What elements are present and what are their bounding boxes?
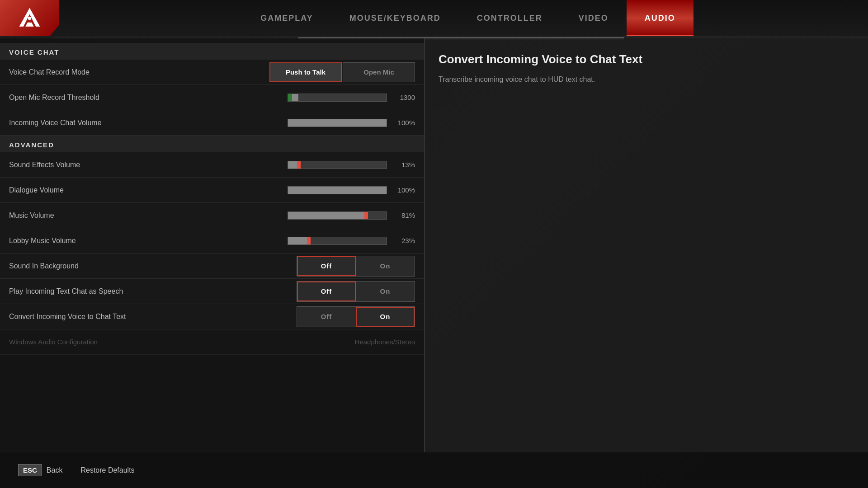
label-convert-voice: Convert Incoming Voice to Chat Text [9, 313, 297, 321]
back-key: ESC [18, 464, 42, 476]
toggle-text-chat-speech: Off On [297, 281, 415, 302]
windows-audio-label: Windows Audio Configuration [9, 338, 355, 346]
label-dialogue-volume: Dialogue Volume [9, 186, 288, 194]
incoming-voice-slider-track[interactable] [288, 119, 387, 127]
nav-bar: GAMEPLAY MOUSE/KEYBOARD CONTROLLER VIDEO… [0, 0, 868, 36]
apex-logo-icon [17, 6, 42, 31]
toggle-sound-background: Off On [297, 256, 415, 277]
music-slider-fill [288, 212, 368, 219]
windows-audio-row: Windows Audio Configuration Headphones/S… [0, 329, 424, 355]
label-text-chat-speech: Play Incoming Text Chat as Speech [9, 287, 297, 296]
info-panel: Convert Incoming Voice to Chat Text Tran… [425, 38, 868, 452]
setting-row-convert-voice: Convert Incoming Voice to Chat Text Off … [0, 304, 424, 329]
control-open-mic-threshold: 1300 [288, 94, 415, 102]
setting-row-incoming-voice-volume: Incoming Voice Chat Volume 100% [0, 110, 424, 136]
sound-effects-slider-track[interactable] [288, 161, 387, 169]
control-convert-voice: Off On [297, 306, 415, 327]
btn-convert-voice-off[interactable]: Off [297, 307, 356, 327]
dialogue-slider-value: 100% [392, 186, 415, 194]
btn-open-mic[interactable]: Open Mic [343, 62, 415, 82]
btn-text-chat-speech-off[interactable]: Off [297, 282, 356, 301]
btn-sound-bg-on[interactable]: On [356, 256, 415, 276]
setting-row-music-volume: Music Volume 81% [0, 203, 424, 228]
music-slider-value: 81% [392, 211, 415, 219]
incoming-voice-slider-value: 100% [392, 119, 415, 127]
incoming-voice-slider-fill [288, 119, 387, 127]
label-sound-effects: Sound Effects Volume [9, 161, 288, 169]
btn-push-to-talk[interactable]: Push to Talk [269, 62, 342, 82]
tab-controller[interactable]: CONTROLLER [459, 0, 561, 36]
logo-area [0, 0, 59, 36]
restore-defaults-label: Restore Defaults [80, 466, 134, 474]
label-sound-background: Sound In Background [9, 262, 297, 270]
threshold-slider-track[interactable] [288, 94, 387, 102]
label-lobby-music: Lobby Music Volume [9, 237, 288, 245]
svg-marker-1 [25, 22, 33, 26]
section-header-voice-chat: VOICE CHAT [0, 43, 424, 60]
threshold-slider-value: 1300 [392, 94, 415, 101]
section-header-advanced: ADVANCED [0, 136, 424, 152]
dialogue-slider-fill [288, 187, 387, 194]
setting-row-sound-background: Sound In Background Off On [0, 253, 424, 279]
threshold-slider-handle[interactable] [292, 94, 298, 101]
control-incoming-voice-volume: 100% [288, 119, 415, 127]
threshold-slider-fill [288, 94, 292, 101]
setting-row-open-mic-threshold: Open Mic Record Threshold 1300 [0, 85, 424, 110]
label-music-volume: Music Volume [9, 211, 288, 220]
control-sound-effects: 13% [288, 161, 415, 169]
sound-effects-slider-value: 13% [392, 161, 415, 169]
lobby-music-slider-track[interactable] [288, 237, 387, 245]
dialogue-slider-track[interactable] [288, 186, 387, 194]
music-slider-track[interactable] [288, 211, 387, 220]
record-mode-group: Push to Talk Open Mic [269, 62, 415, 82]
control-lobby-music: 23% [288, 237, 415, 245]
btn-convert-voice-on[interactable]: On [356, 307, 415, 327]
btn-text-chat-speech-on[interactable]: On [356, 282, 415, 301]
toggle-convert-voice: Off On [297, 306, 415, 327]
info-title: Convert Incoming Voice to Chat Text [439, 52, 854, 67]
nav-tabs: GAMEPLAY MOUSE/KEYBOARD CONTROLLER VIDEO… [68, 0, 868, 36]
info-description: Transcribe incoming voice chat to HUD te… [439, 74, 854, 85]
setting-row-voice-chat-record-mode: Voice Chat Record Mode Push to Talk Open… [0, 60, 424, 85]
control-music-volume: 81% [288, 211, 415, 220]
control-voice-chat-record-mode: Push to Talk Open Mic [269, 62, 415, 82]
settings-panel[interactable]: VOICE CHAT Voice Chat Record Mode Push t… [0, 38, 425, 452]
back-label: Back [47, 466, 63, 474]
windows-audio-value: Headphones/Stereo [355, 338, 415, 346]
label-open-mic-threshold: Open Mic Record Threshold [9, 94, 288, 102]
tab-video[interactable]: VIDEO [561, 0, 627, 36]
setting-row-sound-effects: Sound Effects Volume 13% [0, 152, 424, 178]
svg-point-2 [28, 16, 31, 19]
label-incoming-voice-volume: Incoming Voice Chat Volume [9, 119, 288, 127]
tab-gameplay[interactable]: GAMEPLAY [242, 0, 331, 36]
control-dialogue-volume: 100% [288, 186, 415, 194]
restore-defaults-button[interactable]: Restore Defaults [80, 466, 134, 474]
lobby-music-slider-fill [288, 237, 311, 244]
bottom-bar: ESC Back Restore Defaults [0, 452, 868, 488]
tab-audio[interactable]: AUDIO [627, 0, 693, 36]
control-text-chat-speech: Off On [297, 281, 415, 302]
sound-effects-slider-fill [288, 161, 301, 169]
main-content: VOICE CHAT Voice Chat Record Mode Push t… [0, 38, 868, 452]
back-button[interactable]: ESC Back [18, 464, 62, 476]
setting-row-dialogue-volume: Dialogue Volume 100% [0, 178, 424, 203]
btn-sound-bg-off[interactable]: Off [297, 256, 356, 276]
setting-row-text-chat-speech: Play Incoming Text Chat as Speech Off On [0, 279, 424, 304]
tab-mouse-keyboard[interactable]: MOUSE/KEYBOARD [331, 0, 459, 36]
setting-row-lobby-music: Lobby Music Volume 23% [0, 228, 424, 253]
lobby-music-slider-value: 23% [392, 237, 415, 244]
label-voice-chat-record-mode: Voice Chat Record Mode [9, 68, 269, 76]
control-sound-background: Off On [297, 256, 415, 277]
